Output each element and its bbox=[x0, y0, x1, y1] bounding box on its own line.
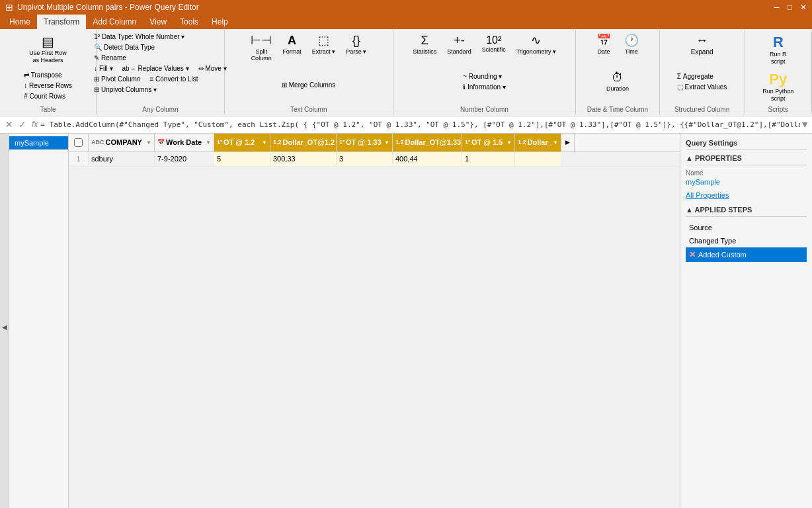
ribbon-group-structured: ↔ Expand Σ Aggregate ⬚ Extract Values St… bbox=[660, 30, 745, 114]
step-delete-icon[interactable]: ✕ bbox=[689, 250, 696, 259]
reverse-rows-button[interactable]: ↕ Reverse Rows bbox=[20, 81, 75, 91]
step-added-custom[interactable]: ✕ Added Custom bbox=[686, 247, 807, 262]
cell-work-date-1: 7-9-2020 bbox=[155, 152, 214, 166]
count-rows-button[interactable]: # Count Rows bbox=[20, 91, 75, 101]
formula-cancel-icon[interactable]: ✕ bbox=[5, 119, 13, 130]
formula-expand-icon[interactable]: ▼ bbox=[800, 119, 809, 130]
dollar-ot-1-33-label: Dollar_OT@1.33 bbox=[405, 138, 462, 146]
query-name-value[interactable]: mySample bbox=[686, 178, 807, 186]
main-layout: ◀ mySample ABC COMPANY ▼ 📅 Work Date ▼ bbox=[0, 134, 812, 508]
col-header-ot-1-2[interactable]: 1² OT @ 1.2 ▼ bbox=[214, 134, 270, 151]
formula-input[interactable] bbox=[40, 120, 800, 129]
tab-home[interactable]: Home bbox=[3, 15, 37, 29]
extract-button[interactable]: ⬚ Extract ▾ bbox=[307, 32, 341, 57]
row-num-1: 1 bbox=[69, 152, 89, 166]
rounding-button[interactable]: ~ Rounding ▾ bbox=[460, 71, 509, 81]
detect-data-type-button[interactable]: 🔍 Detect Data Type bbox=[91, 42, 229, 52]
fill-button[interactable]: ↓ Fill ▾ bbox=[91, 64, 116, 73]
applied-steps-label: ▲ APPLIED STEPS bbox=[686, 206, 807, 217]
ot-1-5-label: OT @ 1.5 bbox=[471, 138, 503, 146]
changed-type-step-label: Changed Type bbox=[689, 237, 736, 245]
ribbon: ▤ Use First Rowas Headers ⇄ Transpose ↕ … bbox=[0, 29, 812, 116]
expand-label: Expand bbox=[691, 48, 713, 56]
cell-dollar-ot-1-5-1 bbox=[515, 152, 561, 166]
work-date-type-icon: 📅 bbox=[157, 139, 165, 146]
ot-1-2-label: OT @ 1.2 bbox=[223, 138, 255, 146]
any-column-label: Any Column bbox=[142, 106, 178, 113]
datetime-label: Date & Time Column bbox=[587, 106, 648, 113]
convert-list-button[interactable]: ≡ Convert to List bbox=[146, 74, 201, 84]
source-step-label: Source bbox=[689, 224, 712, 232]
step-source[interactable]: Source bbox=[686, 221, 807, 234]
col-header-ot-1-33[interactable]: 1² OT @ 1.33 ▼ bbox=[337, 134, 393, 151]
company-filter-icon[interactable]: ▼ bbox=[146, 140, 151, 146]
column-headers: ABC COMPANY ▼ 📅 Work Date ▼ 1² OT @ 1.2 … bbox=[69, 134, 680, 152]
ribbon-group-number-column: Σ Statistics +- Standard 10² Scientific … bbox=[393, 30, 577, 114]
col-header-work-date[interactable]: 📅 Work Date ▼ bbox=[155, 134, 214, 151]
ribbon-group-scripts: R Run Rscript Py Run Pythonscript Script… bbox=[745, 30, 812, 114]
replace-values-button[interactable]: ab→ Replace Values ▾ bbox=[119, 64, 192, 73]
tab-view[interactable]: View bbox=[143, 15, 173, 29]
formula-confirm-icon[interactable]: ✓ bbox=[19, 119, 26, 130]
sidebar-collapse-button[interactable]: ◀ bbox=[0, 134, 9, 508]
minimize-btn[interactable]: ─ bbox=[774, 3, 780, 12]
table-row: 1 sdbury 7-9-2020 5 300,33 3 400,44 1 bbox=[69, 152, 680, 167]
sidebar-item-sample[interactable]: mySample bbox=[9, 136, 68, 149]
cell-ot-1-33-1: 3 bbox=[337, 152, 393, 166]
rename-button[interactable]: ✎ Rename bbox=[91, 53, 229, 63]
col-header-company[interactable]: ABC COMPANY ▼ bbox=[89, 134, 155, 151]
expand-cols-button[interactable]: ▶ bbox=[561, 134, 575, 151]
all-properties-link[interactable]: All Properties bbox=[686, 191, 807, 199]
information-button[interactable]: ℹ Information ▾ bbox=[460, 82, 509, 92]
pivot-column-button[interactable]: ⊞ Pivot Column bbox=[91, 74, 143, 84]
scientific-button[interactable]: 10² Scientific bbox=[477, 32, 510, 56]
tab-transform[interactable]: Transform bbox=[37, 15, 86, 29]
col-header-dollar-ot-1-5[interactable]: 1.2 Dollar_ ▼ bbox=[515, 134, 561, 151]
run-python-button[interactable]: Py Run Pythonscript bbox=[758, 69, 798, 105]
expand-button[interactable]: ↔ Expand bbox=[686, 32, 718, 58]
work-date-filter-icon[interactable]: ▼ bbox=[206, 140, 211, 146]
query-settings-title: Query Settings bbox=[686, 139, 807, 150]
transpose-button[interactable]: ⇄ Transpose bbox=[20, 70, 75, 80]
statistics-button[interactable]: Σ Statistics bbox=[408, 32, 441, 57]
window-title: Unpivot Multiple Column pairs - Power Qu… bbox=[17, 3, 199, 12]
unpivot-columns-button[interactable]: ⊟ Unpivot Columns ▾ bbox=[91, 85, 229, 95]
extract-values-button[interactable]: ⬚ Extract Values bbox=[674, 82, 731, 92]
step-changed-type[interactable]: Changed Type bbox=[686, 234, 807, 247]
cell-company-1: sdbury bbox=[89, 152, 155, 166]
col-header-dollar-ot-1-33[interactable]: 1.2 Dollar_OT@1.33 ▼ bbox=[393, 134, 462, 151]
col-header-dollar-ot-1-2[interactable]: 1.2 Dollar_OT@1.2 ▼ bbox=[270, 134, 337, 151]
col-header-ot-1-5[interactable]: 1² OT @ 1.5 ▼ bbox=[462, 134, 515, 151]
merge-columns-button[interactable]: ⊞ Merge Columns bbox=[278, 80, 339, 90]
data-type-button[interactable]: 1² Data Type: Whole Number ▾ bbox=[91, 32, 229, 42]
tab-help[interactable]: Help bbox=[205, 15, 235, 29]
cell-dollar-ot-1-2-1: 300,33 bbox=[270, 152, 337, 166]
data-grid: ABC COMPANY ▼ 📅 Work Date ▼ 1² OT @ 1.2 … bbox=[69, 134, 680, 508]
structured-label: Structured Column bbox=[674, 106, 729, 113]
format-button[interactable]: A Format bbox=[278, 32, 306, 57]
cell-ot-1-5-1: 1 bbox=[462, 152, 515, 166]
date-button[interactable]: 📅 Date bbox=[590, 32, 617, 57]
parse-button[interactable]: {} Parse ▾ bbox=[341, 32, 371, 57]
number-column-label: Number Column bbox=[460, 106, 508, 113]
ribbon-group-any-column: 1² Data Type: Whole Number ▾ 🔍 Detect Da… bbox=[97, 30, 224, 114]
first-row-headers-button[interactable]: ▤ Use First Rowas Headers bbox=[24, 32, 71, 66]
scripts-label: Scripts bbox=[768, 106, 789, 113]
duration-button[interactable]: ⏱ Duration bbox=[602, 69, 633, 94]
query-settings-panel: Query Settings ▲ PROPERTIES Name mySampl… bbox=[680, 134, 812, 508]
company-type-icon: ABC bbox=[91, 139, 104, 146]
standard-button[interactable]: +- Standard bbox=[442, 32, 476, 57]
run-r-button[interactable]: R Run Rscript bbox=[765, 32, 792, 67]
properties-label: ▲ PROPERTIES bbox=[686, 154, 807, 165]
split-column-button[interactable]: ⊢⊣ SplitColumn bbox=[246, 32, 276, 64]
tab-add-column[interactable]: Add Column bbox=[86, 15, 143, 29]
time-button[interactable]: 🕐 Time bbox=[618, 32, 645, 57]
ribbon-group-datetime: 📅 Date 🕐 Time ⏱ Duration Date & Time Col… bbox=[576, 30, 659, 114]
aggregate-button[interactable]: Σ Aggregate bbox=[674, 71, 731, 81]
tab-tools[interactable]: Tools bbox=[173, 15, 205, 29]
close-btn[interactable]: ✕ bbox=[800, 3, 807, 12]
maximize-btn[interactable]: □ bbox=[788, 3, 792, 12]
text-column-label: Text Column bbox=[290, 106, 327, 113]
select-all-checkbox[interactable] bbox=[74, 138, 83, 147]
trigonometry-button[interactable]: ∿ Trigonometry ▾ bbox=[512, 32, 561, 57]
